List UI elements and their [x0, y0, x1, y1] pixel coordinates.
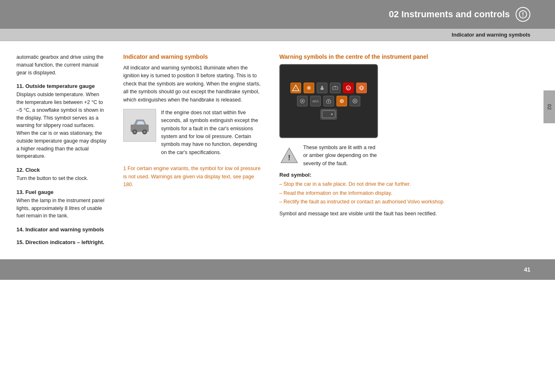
svg-point-28	[354, 100, 356, 102]
door-sym	[320, 109, 337, 120]
section-15-heading: 15. Direction indicators – left/right.	[16, 239, 107, 245]
right-col-title: Warning symbols in the centre of the ins…	[279, 53, 530, 60]
snowflake-sym: ❄	[304, 83, 314, 93]
mid-col-text1: All indicator and warning symbols1 illum…	[123, 64, 263, 104]
service-sym	[336, 96, 347, 106]
engine-image-area: If the engine does not start within five…	[123, 109, 263, 157]
red-symbol-heading: Red symbol:	[279, 172, 530, 178]
instrument-panel-image: ! ❄ + P	[279, 64, 378, 138]
svg-point-18	[360, 87, 363, 89]
symbol-row-2: ABS	[297, 96, 360, 106]
bullet-item-1: Stop the car in a safe place. Do not dri…	[279, 180, 530, 188]
warning-triangle-sym: !	[290, 83, 301, 93]
warning-icon-row: ! These symbols are lit with a red or am…	[279, 144, 530, 168]
svg-marker-12	[321, 85, 323, 87]
svg-point-23	[328, 101, 329, 102]
mid-col-title: Indicator and warning symbols	[123, 53, 263, 60]
svg-rect-29	[322, 111, 335, 118]
symbol-row-1: ! ❄ + P	[290, 83, 367, 93]
svg-point-21	[302, 100, 303, 102]
svg-point-7	[143, 131, 146, 133]
svg-point-2	[523, 16, 523, 16]
section-12-heading: 12. Clock	[16, 167, 107, 173]
svg-text:P: P	[347, 87, 349, 90]
red-symbol-list: Stop the car in a safe place. Do not dri…	[279, 180, 530, 206]
section-bar: Indicator and warning symbols	[0, 29, 555, 41]
final-text: Symbol and message text are visible unti…	[279, 210, 530, 218]
warning-triangle-icon: !	[279, 146, 299, 166]
symbol-row-3	[320, 109, 337, 120]
section-12-text: Turn the button to set the clock.	[16, 175, 107, 182]
svg-point-5	[134, 131, 136, 133]
svg-text:!: !	[288, 154, 290, 162]
engine-warn-sym	[323, 96, 334, 106]
section-11-text: Displays outside temperature. When the t…	[16, 91, 107, 160]
bullet-item-2: Read the information on the information …	[279, 189, 530, 197]
engine-icon-box	[123, 109, 156, 142]
section-13-text: When the lamp in the instrument panel li…	[16, 197, 107, 220]
tyre-sym	[350, 96, 360, 106]
page-number: 41	[524, 266, 530, 273]
side-tab-label: 02	[546, 104, 553, 110]
side-tab: 02	[543, 90, 555, 123]
left-column: automatic gearbox and drive using the ma…	[0, 41, 115, 255]
right-column: Warning symbols in the centre of the ins…	[271, 41, 555, 255]
section-title: Indicator and warning symbols	[452, 32, 530, 38]
engine-car-icon	[127, 113, 152, 138]
page-title: 02 Instruments and controls	[389, 9, 510, 20]
engine-description: If the engine does not start within five…	[161, 109, 263, 157]
header-icon	[516, 7, 530, 22]
airbag-sym	[297, 96, 308, 106]
footnote: 1 For certain engine variants, the symbo…	[123, 165, 263, 189]
bullet-item-3: Rectify the fault as instructed or conta…	[279, 198, 530, 206]
abs-sym: ABS	[310, 96, 321, 106]
main-content: automatic gearbox and drive using the ma…	[0, 41, 555, 255]
svg-text:!: !	[295, 87, 296, 91]
gear-sym	[356, 83, 367, 93]
warning-description: These symbols are lit with a red or ambe…	[303, 144, 377, 168]
svg-point-30	[331, 113, 333, 115]
battery-sym: +	[330, 83, 341, 93]
section-13-heading: 13. Fuel gauge	[16, 189, 107, 195]
brake-sym: P	[343, 83, 354, 93]
svg-text:+: +	[334, 87, 336, 90]
page-header: 02 Instruments and controls	[0, 0, 555, 29]
section-14-heading: 14. Indicator and warning symbols	[16, 226, 107, 233]
intro-text: automatic gearbox and drive using the ma…	[16, 53, 107, 76]
section-11-heading: 11. Outside temperature gauge	[16, 83, 107, 89]
mid-column: Indicator and warning symbols All indica…	[115, 41, 271, 255]
oil-sym	[317, 83, 327, 93]
page-footer: 41	[0, 259, 555, 280]
